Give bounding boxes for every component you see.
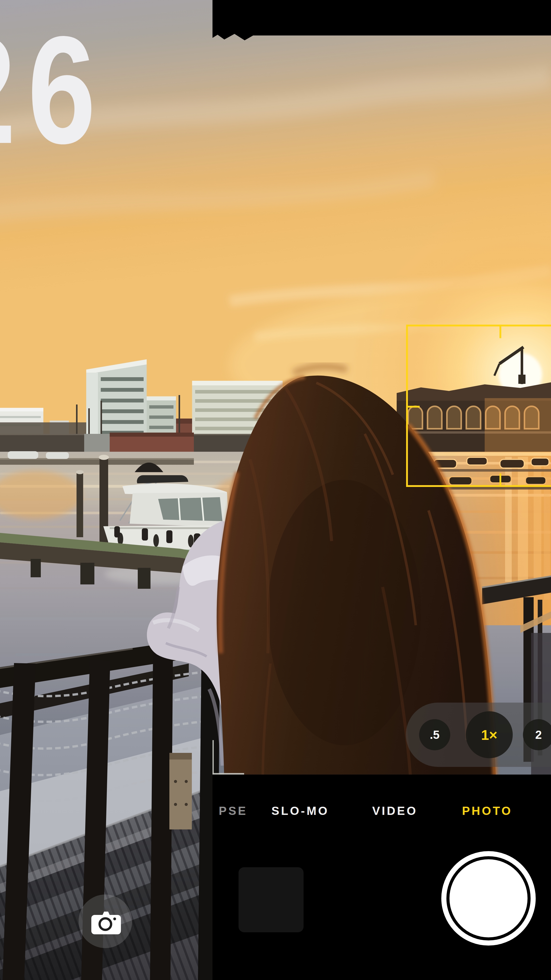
zoom-0.5x-button[interactable]: .5 — [419, 719, 450, 750]
focus-tick-bottom — [499, 473, 501, 485]
panel-edge-line-vertical — [213, 740, 214, 774]
zoom-1x-button[interactable]: 1× — [466, 711, 513, 758]
shutter-button[interactable] — [441, 851, 536, 945]
lockscreen-clock: 26 — [0, 13, 108, 166]
mode-video[interactable]: VIDEO — [372, 804, 418, 818]
zoom-2x-button[interactable]: 2 — [523, 719, 551, 750]
focus-exposure-box — [406, 325, 551, 487]
mode-slo-mo[interactable]: SLO-MO — [272, 804, 329, 818]
camera-flip-button[interactable] — [79, 894, 132, 948]
mode-photo-active[interactable]: PHOTO — [462, 804, 513, 818]
focus-tick-top — [499, 326, 501, 338]
focus-tick-left — [408, 406, 420, 407]
zoom-control: .5 1× 2 — [406, 703, 551, 767]
top-black-bar — [213, 0, 551, 40]
photo-thumbnail[interactable] — [238, 867, 303, 932]
panel-edge-line-horizontal — [213, 773, 244, 775]
mode-timelapse-truncated[interactable]: PSE — [219, 804, 248, 818]
camera-app-screen: 26 .5 1× 2 PSE SLO-MO VIDEO PHOTO — [0, 0, 551, 980]
shutter-button-inner — [449, 859, 527, 937]
